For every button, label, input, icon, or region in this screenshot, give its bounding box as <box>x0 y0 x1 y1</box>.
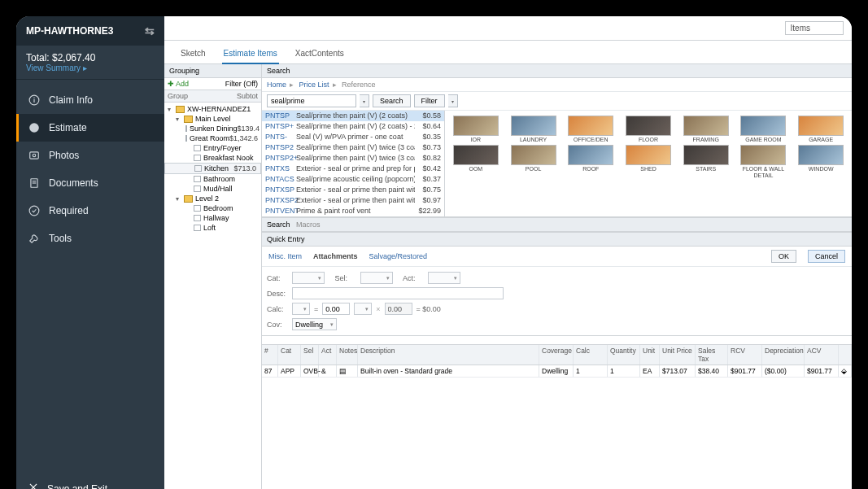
svg-point-9 <box>29 206 39 216</box>
category-thumb[interactable]: OFFICE/DEN <box>563 116 618 142</box>
tree-root[interactable]: ▾XW-HERNANDEZ1 <box>164 104 261 114</box>
crumb-home[interactable]: Home <box>267 81 286 89</box>
tree-room[interactable]: Kitchen$713.0 <box>164 163 261 174</box>
sel-select[interactable] <box>360 272 393 284</box>
line-item-row[interactable]: 87APPOVB-&▤Built-in oven - Standard grad… <box>262 365 852 378</box>
calc-price <box>385 303 412 315</box>
category-thumb[interactable]: STAIRS <box>678 145 734 178</box>
search-bar: ▾ Search Filter ▾ <box>262 92 852 111</box>
nav-documents[interactable]: Documents <box>16 169 164 197</box>
act-select[interactable] <box>428 272 460 284</box>
search-dropdown-icon[interactable]: ▾ <box>360 94 369 107</box>
result-row[interactable]: PNTXSP2Exterior - seal or prime then pai… <box>262 195 444 206</box>
workbench: Grouping ✚ Add Filter (Off) GroupSubtot … <box>164 64 852 489</box>
nav-claim-info[interactable]: Claim Info <box>16 86 164 114</box>
result-row[interactable]: PNTACSSeal/prime acoustic ceiling (popco… <box>262 174 444 185</box>
category-thumb[interactable]: FLOOR <box>621 116 676 142</box>
tree-level[interactable]: ▾Level 2 <box>164 194 261 203</box>
calc-qty[interactable] <box>322 303 350 315</box>
category-thumb[interactable]: ROOF <box>563 145 618 178</box>
tab-xactcontents[interactable]: XactContents <box>294 46 346 63</box>
nav-photos[interactable]: Photos <box>16 142 164 169</box>
quick-entry-header: Quick Entry <box>262 232 852 247</box>
project-title: MP-HAWTHORNE3 <box>26 25 113 37</box>
nav-estimate[interactable]: Estimate <box>16 114 164 142</box>
category-thumb[interactable]: WINDOW <box>793 145 848 178</box>
result-row[interactable]: PNTSP2+Seal/prime then paint (V) twice (… <box>262 153 444 164</box>
svg-rect-2 <box>33 98 34 98</box>
calc-unit[interactable] <box>292 303 310 315</box>
calc-op[interactable] <box>354 303 372 315</box>
result-row[interactable]: PNTXSExterior - seal or prime and prep f… <box>262 164 444 174</box>
category-thumb[interactable]: GAME ROOM <box>736 116 792 142</box>
result-row[interactable]: PNTSP2Seal/prime then paint (V) twice (3… <box>262 142 444 153</box>
result-row[interactable]: PNTSPSeal/prime then paint (V) (2 coats)… <box>262 111 444 121</box>
tree-room[interactable]: Sunken Dining$139.4 <box>164 124 261 133</box>
tab-sketch[interactable]: Sketch <box>179 46 207 63</box>
category-thumbnails: IORLAUNDRYOFFICE/DENFLOORFRAMINGGAME ROO… <box>445 111 852 216</box>
search-macros-tabs: Search Macros <box>262 217 852 232</box>
tree-level[interactable]: ▾Main Level <box>164 114 261 124</box>
add-group[interactable]: ✚ Add <box>168 80 189 88</box>
note-icon[interactable]: ▤ <box>337 365 358 377</box>
search-input[interactable] <box>267 94 356 107</box>
tree-room[interactable]: Hallway <box>164 213 261 223</box>
category-thumb[interactable]: FLOOR & WALL DETAIL <box>736 145 792 178</box>
search-button[interactable]: Search <box>373 94 411 107</box>
tree-room[interactable]: Entry/Foyer <box>164 143 261 153</box>
cat-select[interactable] <box>292 272 325 284</box>
tab-estimate-items[interactable]: Estimate Items <box>222 46 279 64</box>
cov-select[interactable]: Dwelling <box>292 318 337 330</box>
close-icon <box>28 482 39 489</box>
app-frame: MP-HAWTHORNE3 ⇆ Total: $2,067.40 View Su… <box>16 16 852 489</box>
grouping-header: Grouping <box>164 64 261 78</box>
category-thumb[interactable]: LAUNDRY <box>506 116 561 142</box>
tree-room[interactable]: Breakfast Nook <box>164 153 261 163</box>
required-icon <box>28 204 41 217</box>
save-and-exit[interactable]: Save and Exit <box>16 472 164 489</box>
tree-room[interactable]: Bedroom <box>164 203 261 213</box>
svg-point-3 <box>29 123 39 133</box>
nav-tools[interactable]: Tools <box>16 225 164 252</box>
sidebar-nav: Claim Info Estimate Photos Documents Req… <box>16 80 164 472</box>
category-thumb[interactable]: SHED <box>621 145 676 178</box>
category-thumb[interactable]: IOR <box>448 116 504 142</box>
category-thumb[interactable]: GARAGE <box>793 116 848 142</box>
grouping-toolbar: ✚ Add Filter (Off) <box>164 78 261 90</box>
category-thumb[interactable]: POOL <box>506 145 561 178</box>
qe-misc[interactable]: Misc. Item <box>268 252 302 260</box>
result-row[interactable]: PNTS-Seal (V) w/PVA primer - one coat$0.… <box>262 132 444 142</box>
crumb-price-list[interactable]: Price List <box>299 81 329 89</box>
result-row[interactable]: PNTSP+Seal/prime then paint (V) (2 coats… <box>262 121 444 132</box>
row-action-icon[interactable]: ⬙ <box>839 365 852 377</box>
desc-input[interactable] <box>292 287 504 299</box>
line-items: #CatSelActNotesDescriptionCoverageCalcQu… <box>262 344 852 489</box>
sidebar: MP-HAWTHORNE3 ⇆ Total: $2,067.40 View Su… <box>16 16 164 489</box>
tree-room[interactable]: Loft <box>164 223 261 233</box>
filter-button[interactable]: Filter <box>414 94 445 107</box>
sidebar-toggle-icon[interactable]: ⇆ <box>145 24 155 37</box>
qe-salvage[interactable]: Salvage/Restored <box>369 252 428 260</box>
tree-room[interactable]: Bathroom <box>164 174 261 184</box>
qe-cancel-button[interactable]: Cancel <box>808 250 845 263</box>
tab-macros[interactable]: Macros <box>296 220 321 229</box>
result-row[interactable]: PNTVENTPrime & paint roof vent$22.99 <box>262 206 444 216</box>
result-row[interactable]: PNTXSPExterior - seal or prime then pain… <box>262 185 444 195</box>
tools-icon <box>28 232 41 245</box>
category-thumb[interactable]: FRAMING <box>678 116 734 142</box>
tree-room[interactable]: Great Room$1,342.6 <box>164 133 261 143</box>
qe-attachments[interactable]: Attachments <box>313 252 358 260</box>
search-results: PNTSPSeal/prime then paint (V) (2 coats)… <box>262 111 445 216</box>
tree-room[interactable]: Mud/Hall <box>164 184 261 194</box>
qe-ok-button[interactable]: OK <box>771 250 796 263</box>
filter-toggle[interactable]: Filter (Off) <box>225 80 258 88</box>
info-icon <box>28 94 41 107</box>
line-items-header: #CatSelActNotesDescriptionCoverageCalcQu… <box>262 344 852 365</box>
main-area: Items Sketch Estimate Items XactContents… <box>164 16 852 489</box>
view-summary-link[interactable]: View Summary ▸ <box>26 63 155 72</box>
tab-search[interactable]: Search <box>267 220 290 229</box>
items-dropdown[interactable]: Items <box>785 21 844 35</box>
nav-required[interactable]: Required <box>16 197 164 225</box>
filter-dropdown-icon[interactable]: ▾ <box>448 94 458 107</box>
category-thumb[interactable]: OOM <box>448 145 504 178</box>
